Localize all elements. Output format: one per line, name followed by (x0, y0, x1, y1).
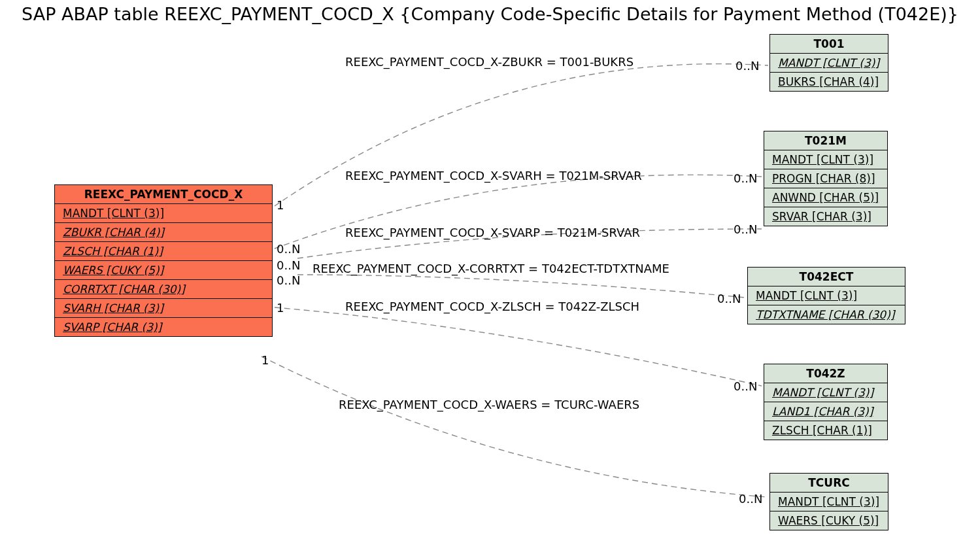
cardinality-right: 0..N (717, 292, 741, 305)
entity-header: T042Z (764, 364, 887, 383)
field-row: ANWND [CHAR (5)] (764, 188, 887, 207)
entity-t042ect: T042ECT MANDT [CLNT (3)] TDTXTNAME [CHAR… (747, 267, 905, 324)
cardinality-left: 0..N (277, 258, 300, 272)
relation-label: REEXC_PAYMENT_COCD_X-ZLSCH = T042Z-ZLSCH (345, 300, 639, 313)
field-row: MANDT [CLNT (3)] (764, 150, 887, 169)
field-row: BUKRS [CHAR (4)] (770, 73, 888, 91)
cardinality-right: 0..N (734, 379, 757, 393)
field-row: SRVAR [CHAR (3)] (764, 207, 887, 226)
field-row: MANDT [CLNT (3)] (55, 204, 272, 223)
relation-label: REEXC_PAYMENT_COCD_X-SVARH = T021M-SRVAR (345, 169, 642, 182)
entity-t001: T001 MANDT [CLNT (3)] BUKRS [CHAR (4)] (769, 34, 888, 92)
diagram-title: SAP ABAP table REEXC_PAYMENT_COCD_X {Com… (0, 4, 980, 24)
field-row: ZLSCH [CHAR (1)] (55, 242, 272, 261)
entity-header: T042ECT (748, 268, 905, 286)
cardinality-left: 0..N (277, 242, 300, 256)
entity-t021m: T021M MANDT [CLNT (3)] PROGN [CHAR (8)] … (764, 131, 888, 226)
field-row: WAERS [CUKY (5)] (770, 511, 888, 530)
entity-tcurc: TCURC MANDT [CLNT (3)] WAERS [CUKY (5)] (769, 473, 888, 530)
cardinality-right: 0..N (735, 59, 759, 73)
cardinality-left: 1 (277, 198, 284, 212)
entity-header: T021M (764, 131, 887, 150)
field-row: MANDT [CLNT (3)] (770, 54, 888, 73)
field-row: ZBUKR [CHAR (4)] (55, 223, 272, 242)
relation-label: REEXC_PAYMENT_COCD_X-WAERS = TCURC-WAERS (339, 398, 639, 411)
entity-header: TCURC (770, 474, 888, 493)
cardinality-right: 0..N (739, 492, 762, 506)
field-row: SVARH [CHAR (3)] (55, 299, 272, 318)
field-row: ZLSCH [CHAR (1)] (764, 421, 887, 440)
entity-t042z: T042Z MANDT [CLNT (3)] LAND1 [CHAR (3)] … (764, 364, 888, 440)
entity-reexc-payment-cocd-x: REEXC_PAYMENT_COCD_X MANDT [CLNT (3)] ZB… (54, 184, 273, 337)
relation-label: REEXC_PAYMENT_COCD_X-SVARP = T021M-SRVAR (345, 226, 640, 239)
field-row: MANDT [CLNT (3)] (764, 383, 887, 402)
cardinality-left: 1 (277, 301, 284, 315)
field-row: WAERS [CUKY (5)] (55, 261, 272, 280)
field-row: PROGN [CHAR (8)] (764, 169, 887, 188)
field-row: CORRTXT [CHAR (30)] (55, 280, 272, 299)
cardinality-left: 1 (262, 353, 269, 367)
entity-header: REEXC_PAYMENT_COCD_X (55, 185, 272, 204)
relation-label: REEXC_PAYMENT_COCD_X-CORRTXT = T042ECT-T… (313, 262, 669, 275)
field-row: SVARP [CHAR (3)] (55, 318, 272, 336)
cardinality-right: 0..N (734, 222, 757, 236)
cardinality-left: 0..N (277, 273, 300, 287)
entity-header: T001 (770, 35, 888, 54)
relation-label: REEXC_PAYMENT_COCD_X-ZBUKR = T001-BUKRS (345, 55, 634, 69)
field-row: LAND1 [CHAR (3)] (764, 402, 887, 421)
field-row: MANDT [CLNT (3)] (748, 286, 905, 305)
field-row: TDTXTNAME [CHAR (30)] (748, 305, 905, 324)
cardinality-right: 0..N (734, 171, 757, 185)
field-row: MANDT [CLNT (3)] (770, 493, 888, 511)
